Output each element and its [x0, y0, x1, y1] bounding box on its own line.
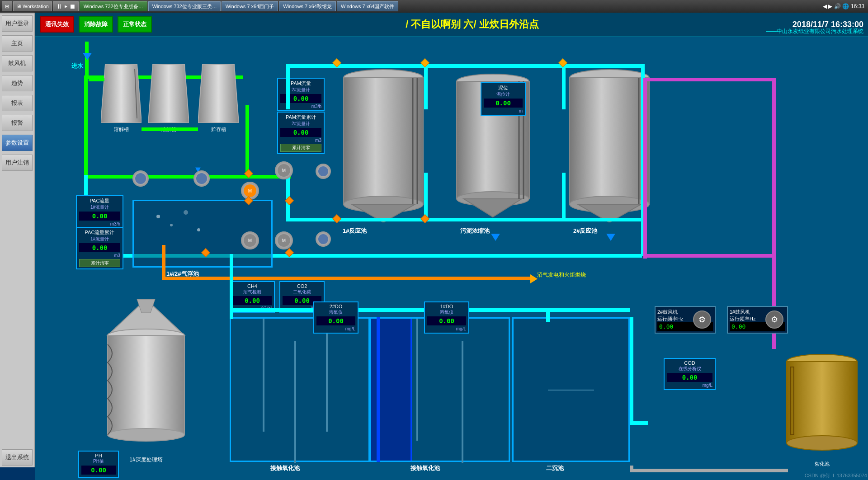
app3-label: Windows 7 x64西门子 [226, 3, 274, 10]
do1-subtitle: 溶氧仪 [427, 309, 466, 315]
sidebar-item-login[interactable]: 用户登录 [2, 15, 33, 32]
taskbar-app-1[interactable]: Windows 732位专业版备… [80, 1, 147, 11]
baffle5 [462, 341, 463, 463]
bubble2 [170, 224, 173, 226]
cod-unit: mg/L [667, 383, 712, 388]
blower2-icon: ⚙ [693, 311, 711, 329]
deep-tower-1: 1#深度处理塔 [94, 299, 198, 455]
taskbar-icons: ◀ ▶ 🔊 🌐 [823, 3, 849, 9]
ch4-title: CH4 [233, 283, 272, 289]
svg-rect-17 [570, 78, 649, 204]
motor-pump-2 [316, 231, 331, 247]
do2-value: 0.00 [316, 316, 355, 325]
motor-2: M [275, 161, 293, 179]
fan2-icon: ⚙ [771, 315, 778, 325]
sidebar-blower-label: 鼓风机 [8, 60, 26, 66]
tank-floc-label: 絮化池 [815, 461, 830, 467]
pipe-gray-connector [630, 466, 633, 469]
app5-label: Windows 7 x64国产软件 [341, 3, 395, 10]
pipe-between-tanks [142, 127, 198, 131]
pipe-purple-v1 [643, 78, 647, 259]
pipe-cyan-down-v2 [424, 173, 428, 220]
pam-cum-reset-btn[interactable]: 累计清零 [280, 144, 321, 152]
sidebar-item-logout[interactable]: 用户注销 [2, 155, 33, 171]
taskbar-app-3[interactable]: Windows 7 x64西门子 [222, 1, 278, 11]
pipe-cyan-pools-h [230, 308, 546, 312]
blower-1-box: 1#鼓风机 运行频率Hz 0.00 ⚙ [727, 306, 788, 334]
svg-marker-13 [464, 199, 522, 217]
workstation-button[interactable]: 🖥 Workstation [13, 1, 52, 11]
arrow-reactor2-down [606, 234, 615, 241]
mud-level-value: 0.00 [484, 99, 523, 108]
pump-motor-2-inner [135, 173, 146, 184]
taskbar-controls[interactable]: ⏸ ▶ ⏹ [53, 1, 79, 11]
pac-flow-subtitle: 1#流量计 [79, 204, 120, 211]
svg-marker-3 [198, 64, 239, 123]
tank-storage-label: 贮存槽 [211, 126, 226, 133]
sidebar-item-exit[interactable]: 退出系统 [2, 449, 33, 466]
app2-label: Windows 732位专业版三类… [152, 3, 217, 10]
motor-3: M [241, 231, 259, 249]
pool-reactor2-label: 2#反应池 [573, 227, 597, 235]
status-bar: 通讯失效 消除故障 正常状态 / 不自以啊别 六/ 业炊日外沿点 2018/11… [35, 13, 868, 37]
clear-fault-label: 消除故障 [84, 20, 108, 28]
sidebar-item-report[interactable]: 报表 [2, 95, 33, 111]
mbox-pam-cumulative: PAM流量累计 2#流量计 0.00 m3 累计清零 [277, 112, 325, 154]
sidebar-item-params[interactable]: 参数设置 [2, 135, 33, 151]
bubble3 [184, 210, 188, 215]
ch4-subtitle: 沼气检测 [233, 289, 272, 295]
taskbar-app-2[interactable]: Windows 732位专业版三类… [148, 1, 221, 11]
pool-reactor1-label: 1#反应池 [343, 227, 367, 235]
pipe-main-v1 [84, 75, 88, 177]
start-button[interactable]: ⊞ [2, 1, 12, 11]
taskbar-left: ⊞ 🖥 Workstation ⏸ ▶ ⏹ Windows 732位专业版备… … [0, 1, 400, 11]
pac-flow-value: 0.00 [79, 212, 120, 221]
ph-subtitle: PH值 [81, 458, 116, 465]
motor-4: M [275, 231, 293, 249]
scada-diagram: 进水 溶解槽 [35, 37, 868, 480]
sidebar-trend-label: 趋势 [11, 80, 23, 86]
pump-motor-1 [193, 170, 210, 187]
workstation-label: Workstation [23, 4, 49, 9]
blower1-icon: ⚙ [765, 311, 783, 329]
watermark: CSDN @何_l_13763355074 [805, 472, 867, 479]
deep-tower-label: 1#深度处理塔 [129, 456, 162, 464]
sidebar-item-blower[interactable]: 鼓风机 [2, 55, 33, 71]
pac-cum-subtitle: 1#流量计 [79, 236, 120, 242]
alarm-fault-button[interactable]: 通讯失效 [40, 16, 74, 33]
pam-cum-subtitle: 2#流量计 [280, 121, 321, 127]
cod-subtitle: 在线分析仪 [667, 366, 712, 372]
sidebar-item-home[interactable]: 主页 [2, 35, 33, 52]
sidebar-exit-label: 退出系统 [5, 454, 29, 461]
pipe-cyan-left-v [286, 64, 290, 109]
sidebar-item-trend[interactable]: 趋势 [2, 75, 33, 91]
title-text: / 不自以啊别 六/ 业炊日外沿点 [406, 19, 539, 30]
clear-fault-button[interactable]: 消除故障 [79, 16, 113, 33]
svg-rect-5 [344, 78, 423, 204]
pipe-cyan-sed-v [630, 317, 633, 424]
pipe-gray-h [630, 469, 788, 472]
normal-state-button[interactable]: 正常状态 [118, 16, 152, 33]
do1-title: 1#DO [427, 304, 466, 309]
fan-icon: ⚙ [698, 315, 706, 325]
motor-2-inner: M [278, 164, 290, 177]
alarm-fault-label: 通讯失效 [45, 20, 69, 28]
sidebar-report-label: 报表 [11, 99, 23, 106]
taskbar-right: ◀ ▶ 🔊 🌐 16:33 [823, 3, 868, 9]
taskbar: ⊞ 🖥 Workstation ⏸ ▶ ⏹ Windows 732位专业版备… … [0, 0, 868, 13]
sidebar-login-label: 用户登录 [5, 20, 29, 27]
pac-cum-title: PAC流量累计 [79, 229, 120, 236]
taskbar-app-4[interactable]: Windows 7 x64鞍馆龙 [279, 1, 336, 11]
taskbar-app-5[interactable]: Windows 7 x64国产软件 [337, 1, 399, 11]
tank-dissolve1: 溶解槽 [101, 64, 142, 125]
sidebar-item-alarm[interactable]: 报警 [2, 115, 33, 131]
pac-cum-reset-btn[interactable]: 累计清零 [79, 259, 120, 267]
pipe-cyan-down-v3 [562, 173, 566, 220]
do2-unit: mg/L [316, 326, 355, 331]
svg-marker-2 [148, 64, 189, 123]
pipe-cyan-pools-h2 [546, 308, 630, 312]
inlet-label: 进水 [71, 62, 83, 70]
pipe-inlet-label-v [85, 42, 89, 47]
motor-1: M [241, 182, 259, 200]
pool-sedimentation [512, 317, 630, 462]
